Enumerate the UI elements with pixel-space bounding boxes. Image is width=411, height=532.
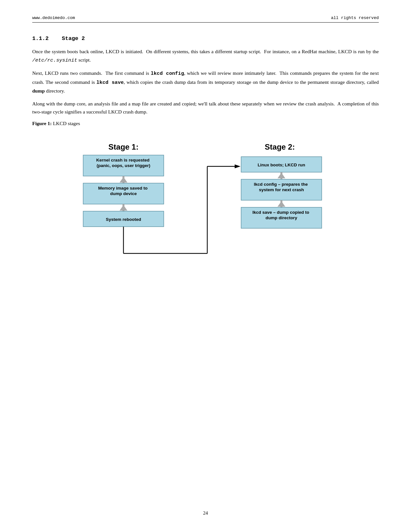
- cmd-lkcd-config: lkcd config: [151, 71, 184, 76]
- paragraph-2: Next, LKCD runs two commands. The first …: [32, 69, 379, 95]
- s2-box1-text: Linux boots; LKCD run: [258, 163, 305, 167]
- s1-box3-text: System rebooted: [106, 217, 141, 222]
- figure-label-bold: Figure 1:: [32, 121, 52, 126]
- page-number: 24: [0, 510, 411, 516]
- section-title: 1.1.2 Stage 2: [32, 35, 379, 42]
- s2-arrow1-stem: [280, 172, 282, 179]
- header-website: www.dedoimedo.com: [32, 15, 75, 20]
- dir-dump: dump: [32, 88, 45, 94]
- s1-to-s2-arrow: [235, 164, 240, 168]
- header-rights: all rights reserved: [331, 15, 379, 20]
- s1-arrow2-stem: [122, 204, 124, 211]
- cmd-lkcd-save: lkcd save: [96, 80, 124, 85]
- stage2-title: Stage 2:: [265, 143, 295, 151]
- page: www.dedoimedo.com all rights reserved 1.…: [0, 0, 411, 532]
- section-name: Stage 2: [62, 35, 85, 42]
- s2-arrow2-stem: [280, 200, 282, 207]
- paragraph-1: Once the system boots back online, LKCD …: [32, 47, 379, 64]
- code-rc-sysinit: /etc/rc.sysinit: [32, 57, 77, 63]
- stage1-title: Stage 1:: [108, 143, 138, 151]
- s1-arrow1-stem: [122, 176, 124, 183]
- page-header: www.dedoimedo.com all rights reserved: [32, 15, 379, 23]
- section-number: 1.1.2: [32, 35, 49, 42]
- lkcd-diagram: Stage 1: Stage 2: Kernel crash is reques…: [61, 134, 351, 302]
- figure-caption: LKCD stages: [52, 121, 80, 126]
- diagram-container: Stage 1: Stage 2: Kernel crash is reques…: [32, 134, 379, 302]
- paragraph-3: Along with the dump core, an analysis fi…: [32, 100, 379, 116]
- figure-label: Figure 1: LKCD stages: [32, 121, 379, 126]
